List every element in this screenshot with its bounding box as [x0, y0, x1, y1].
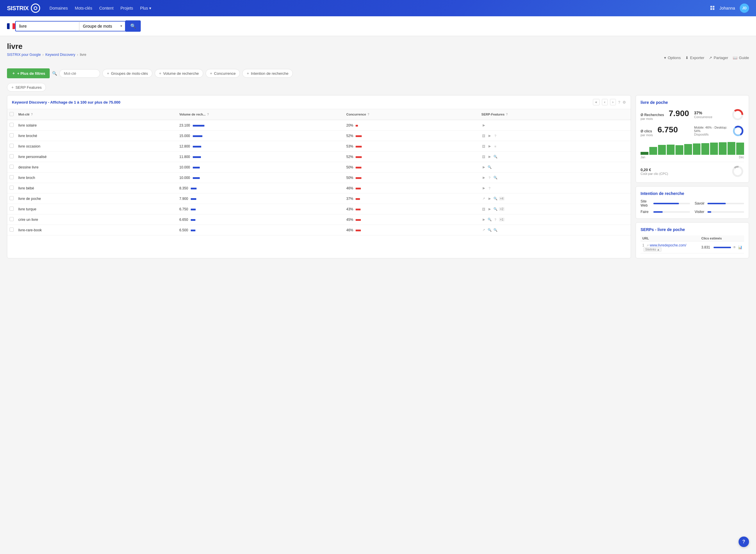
chart-bar	[649, 147, 657, 155]
nav-content[interactable]: Content	[99, 6, 113, 10]
logo[interactable]: SISTRIX	[7, 3, 40, 13]
chart-icon[interactable]: 📊	[738, 245, 742, 250]
search-icon: 🔍	[130, 23, 136, 29]
comp-pct: 46%	[346, 186, 353, 190]
keyword-cell[interactable]: livre de poche	[18, 197, 41, 201]
comp-bar	[356, 146, 362, 148]
serp-icon-video: ▶	[487, 208, 492, 211]
help-button[interactable]: ?	[739, 537, 749, 547]
concurrence-label: Concurrence	[694, 115, 712, 119]
eye-icon[interactable]: 👁	[733, 245, 736, 250]
row-checkbox[interactable]	[10, 196, 14, 200]
table-help-icon[interactable]: ?	[618, 100, 620, 104]
share-button[interactable]: ↗ Partager	[709, 56, 728, 60]
row-checkbox[interactable]	[10, 144, 14, 148]
table-nav-first[interactable]: «	[593, 99, 600, 105]
filter-row-2: + SERP Features	[7, 83, 749, 92]
table-nav-next[interactable]: ›	[610, 99, 616, 105]
guide-button[interactable]: 📖 Guide	[733, 56, 749, 60]
volume-bar	[193, 125, 204, 126]
keyword-cell[interactable]: livre personnalisé	[18, 155, 47, 159]
search-button[interactable]: 🔍	[126, 20, 141, 32]
grid-icon[interactable]	[710, 5, 715, 11]
serp-icon-search: 🔍	[487, 228, 492, 232]
keyword-cell[interactable]: livre-rare-book	[18, 228, 42, 232]
filter-chip-competition[interactable]: + Concurrence	[205, 69, 240, 78]
add-filters-button[interactable]: ＋ + Plus de filtres	[7, 68, 50, 78]
filter-bar: ＋ + Plus de filtres 🔍 + Groupes de mots-…	[7, 68, 749, 78]
table-settings-icon[interactable]: ⚙	[623, 100, 626, 104]
intention-site-bar	[653, 203, 690, 204]
intention-card: Intention de recherche SiteWeb Savoir	[636, 186, 749, 219]
user-avatar[interactable]: JD	[740, 3, 749, 13]
row-checkbox[interactable]	[10, 207, 14, 211]
serp-icon-image: 🖼	[482, 134, 486, 137]
svg-rect-3	[710, 8, 712, 10]
col-volume-help[interactable]: ?	[207, 113, 209, 116]
row-checkbox[interactable]	[10, 227, 14, 232]
serp-icon-image: 🖼	[482, 145, 486, 148]
filter-chip-groups[interactable]: + Groupes de mots-clés	[102, 69, 152, 78]
col-serp-help[interactable]: ?	[506, 113, 508, 116]
comp-bar	[356, 177, 362, 179]
nav-mots-cles[interactable]: Mots-clés	[75, 6, 92, 10]
export-button[interactable]: ⬇ Exporter	[685, 56, 704, 60]
nav-domaines[interactable]: Domaines	[50, 6, 68, 10]
chart-bar	[701, 143, 709, 155]
nav-projets[interactable]: Projets	[120, 6, 133, 10]
col-serp: SERP-Features ?	[479, 109, 631, 120]
search-type-select[interactable]: Groupe de mots	[79, 21, 126, 32]
breadcrumb-sistrix[interactable]: SISTRIX pour Google	[7, 53, 41, 57]
serp-features: ↗▶🔍+4	[482, 197, 628, 201]
chevron-up-icon: ▲	[657, 248, 660, 251]
row-checkbox[interactable]	[10, 165, 14, 169]
clicks-stat: Ø clics par mois 6.750	[641, 125, 691, 137]
comp-pct: 50%	[346, 165, 353, 169]
keyword-cell[interactable]: livre broché	[18, 134, 37, 138]
nav-plus[interactable]: Plus ▾	[140, 6, 151, 10]
serp-features: 🖼▶≡	[482, 145, 628, 148]
serp-icon-image: 🖼	[482, 208, 486, 211]
keyword-cell[interactable]: livre occasion	[18, 144, 41, 148]
volume-bar	[193, 177, 200, 179]
row-checkbox[interactable]	[10, 154, 14, 158]
serps-url[interactable]: www.livredepoche.com/	[649, 243, 686, 247]
serp-icon-?: ?	[493, 134, 498, 137]
serp-badge: +4	[499, 197, 504, 201]
row-checkbox[interactable]	[10, 217, 14, 221]
col-keyword-help[interactable]: ?	[31, 113, 33, 116]
row-checkbox[interactable]	[10, 186, 14, 190]
select-all-checkbox[interactable]	[10, 112, 14, 116]
search-input[interactable]	[15, 21, 79, 32]
filter-chip-volume[interactable]: + Volume de recherche	[155, 69, 203, 78]
row-checkbox[interactable]	[10, 123, 14, 127]
keyword-cell[interactable]: livre bébé	[18, 186, 34, 190]
filter-chip-serp[interactable]: + SERP Features	[7, 83, 46, 92]
row-checkbox[interactable]	[10, 175, 14, 179]
keyword-cell[interactable]: livre solaire	[18, 123, 37, 127]
volume-bar	[193, 135, 202, 137]
table-row: livre broché 15.000 52% 🖼▶?	[7, 131, 631, 141]
serp-badge: +1	[499, 218, 504, 221]
intention-savoir-bar	[707, 203, 744, 204]
breadcrumb-sep-2: ›	[77, 53, 78, 57]
filter-chip-intention[interactable]: + Intention de recherche	[242, 69, 293, 78]
breadcrumb-keyword-discovery[interactable]: Keyword Discovery	[45, 53, 75, 57]
intention-site-label: SiteWeb	[641, 199, 651, 208]
volume-num: 6.650	[179, 218, 188, 222]
col-keyword: Mot-clé ?	[16, 109, 177, 120]
keyword-cell[interactable]: livre broch	[18, 176, 35, 180]
volume-num: 23.100	[179, 123, 190, 127]
chart-bar	[728, 142, 735, 155]
keyword-cell[interactable]: livre turque	[18, 207, 36, 211]
table-nav-prev[interactable]: ‹	[602, 99, 608, 105]
options-button[interactable]: ▾ Options	[664, 56, 681, 60]
comp-bar	[356, 230, 361, 231]
keyword-cell[interactable]: crire un livre	[18, 218, 38, 222]
col-competition-help[interactable]: ?	[368, 113, 369, 116]
keyword-filter-input[interactable]	[59, 69, 100, 78]
svg-rect-1	[710, 6, 712, 8]
row-checkbox[interactable]	[10, 133, 14, 137]
plus-icon: ＋	[12, 71, 15, 76]
keyword-cell[interactable]: dessine livre	[18, 165, 39, 169]
